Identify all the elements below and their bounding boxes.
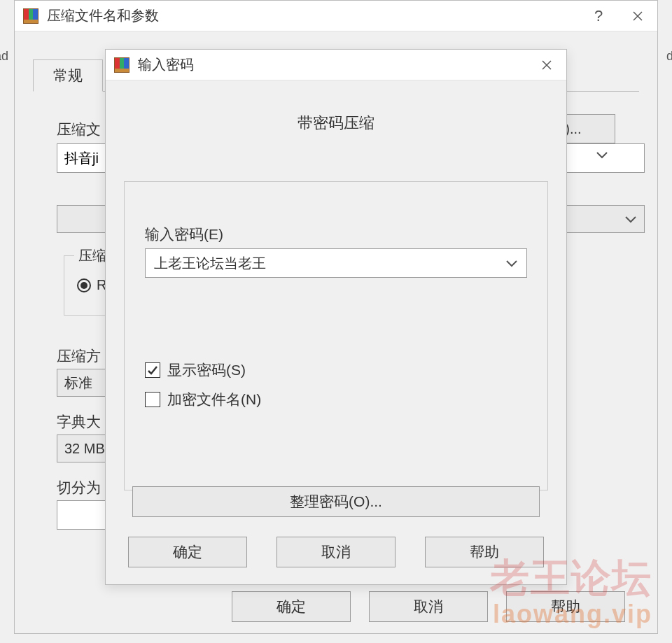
main-button-row: 确定 取消 帮助 (15, 591, 657, 622)
pwd-title: 输入密码 (138, 55, 527, 74)
pwd-cancel-button[interactable]: 取消 (276, 537, 396, 567)
help-titlebar-button[interactable]: ? (579, 1, 618, 31)
main-ok-button[interactable]: 确定 (232, 591, 351, 622)
main-help-button[interactable]: 帮助 (506, 591, 625, 622)
close-icon (541, 59, 552, 71)
pwd-close-button[interactable] (527, 50, 566, 80)
password-input-value: 上老王论坛当老王 (154, 254, 266, 273)
winrar-icon (23, 8, 38, 24)
password-input-label: 输入密码(E) (145, 225, 223, 244)
checkbox-checked-icon (145, 362, 160, 378)
organize-passwords-button[interactable]: 整理密码(O)... (132, 486, 540, 517)
password-dialog: 输入密码 带密码压缩 输入密码(E) 上老王论坛当老王 显示密码(S) 加密文件… (105, 49, 567, 585)
archive-name-label: 压缩文 (57, 120, 101, 139)
pwd-ok-button[interactable]: 确定 (128, 537, 247, 567)
background-text-right: di (666, 49, 672, 64)
close-icon (632, 10, 643, 22)
winrar-icon (114, 57, 130, 73)
pwd-help-button[interactable]: 帮助 (425, 537, 544, 567)
tab-general[interactable]: 常规 (33, 59, 103, 92)
pwd-titlebar[interactable]: 输入密码 (106, 50, 566, 80)
encrypt-filenames-label: 加密文件名(N) (167, 390, 261, 409)
chevron-down-icon (624, 215, 637, 223)
split-volumes-label: 切分为 (57, 478, 101, 497)
main-titlebar[interactable]: 压缩文件名和参数 ? (15, 1, 657, 31)
pwd-button-row: 确定 取消 帮助 (106, 537, 566, 567)
pwd-body: 带密码压缩 输入密码(E) 上老王论坛当老王 显示密码(S) 加密文件名(N) … (106, 80, 566, 584)
chevron-down-icon (505, 259, 518, 267)
show-password-label: 显示密码(S) (167, 360, 246, 380)
checkbox-unchecked-icon (145, 392, 160, 407)
radio-icon (77, 278, 91, 292)
dictionary-size-label: 字典大 (57, 412, 101, 432)
pwd-heading: 带密码压缩 (106, 113, 566, 134)
encrypt-filenames-checkbox[interactable]: 加密文件名(N) (145, 390, 261, 409)
tab-strip: 常规 (33, 59, 103, 94)
compression-method-value: 标准 (64, 374, 92, 393)
main-title: 压缩文件名和参数 (47, 6, 579, 25)
dictionary-size-value: 32 MB (64, 441, 105, 457)
close-button[interactable] (618, 1, 657, 31)
main-cancel-button[interactable]: 取消 (369, 591, 488, 622)
background-text-left: ad (0, 49, 8, 64)
password-input[interactable]: 上老王论坛当老王 (145, 248, 527, 278)
compression-method-label: 压缩方 (57, 346, 101, 366)
show-password-checkbox[interactable]: 显示密码(S) (145, 360, 246, 380)
